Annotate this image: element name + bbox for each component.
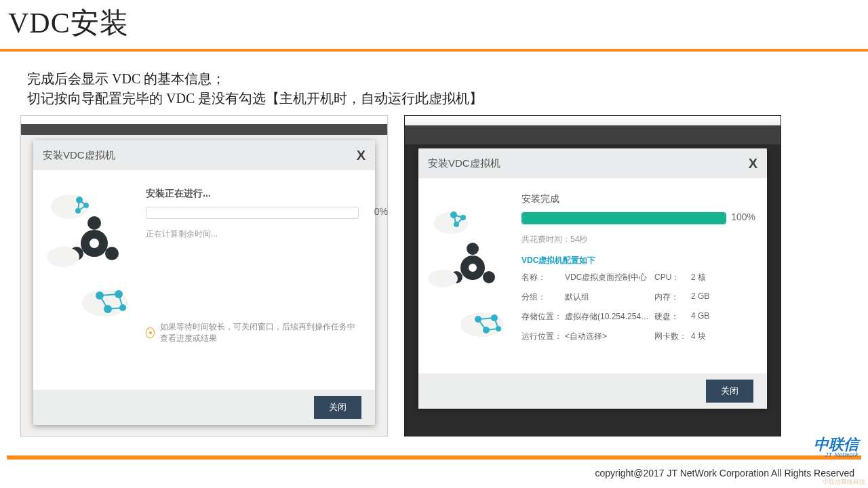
install-dialog-progress: 安装VDC虚拟机 X bbox=[33, 140, 375, 425]
cfg-label: 内存： bbox=[654, 291, 691, 303]
description-line-1: 完成后会显示 VDC 的基本信息； bbox=[27, 69, 868, 89]
screenshot-left: 安装VDC虚拟机 X bbox=[20, 115, 388, 436]
cfg-label: CPU： bbox=[654, 272, 691, 283]
cfg-label: 存储位置： bbox=[521, 311, 565, 323]
close-button[interactable]: 关闭 bbox=[314, 396, 361, 419]
status-text: 安装完成 bbox=[521, 193, 726, 205]
config-grid: 名称： VDC虚拟桌面控制中心 CPU： 2 核 分组： 默认组 内存： 2 G… bbox=[521, 272, 726, 342]
description-block: 完成后会显示 VDC 的基本信息； 切记按向导配置完毕的 VDC 是没有勾选【主… bbox=[0, 52, 868, 115]
cfg-label: 网卡数： bbox=[654, 331, 691, 342]
svg-point-5 bbox=[87, 216, 101, 230]
hex-cloud-icon bbox=[420, 188, 521, 364]
cfg-label: 运行位置： bbox=[521, 331, 565, 342]
hex-cloud-icon bbox=[37, 182, 146, 338]
install-dialog-complete: 安装VDC虚拟机 X bbox=[418, 148, 767, 409]
bulb-icon bbox=[146, 327, 155, 338]
progress-percent: 100% bbox=[731, 211, 755, 222]
svg-point-6 bbox=[105, 247, 119, 260]
dialog-content: 安装正在进行... 0% 正在计算剩余时间... 如果等待时间较长，可关闭窗口，… bbox=[146, 182, 359, 344]
svg-point-23 bbox=[469, 264, 477, 272]
page-title: VDC安装 bbox=[0, 0, 868, 49]
cfg-label: 硬盘： bbox=[654, 311, 691, 323]
window-tabbar bbox=[21, 124, 387, 135]
svg-point-21 bbox=[483, 271, 495, 283]
svg-point-20 bbox=[467, 243, 479, 255]
elapsed-time: 共花费时间：54秒 bbox=[521, 234, 726, 245]
status-text: 安装正在进行... bbox=[146, 188, 359, 200]
copyright-text: copyright@2017 JT NetWork Corporation Al… bbox=[595, 468, 854, 479]
close-icon[interactable]: X bbox=[749, 157, 757, 170]
divider-bottom bbox=[7, 455, 861, 460]
cfg-label: 分组： bbox=[521, 291, 565, 303]
decorative-icon-column bbox=[420, 188, 521, 364]
cfg-value: <自动选择> bbox=[565, 331, 654, 342]
screenshot-right: 安装VDC虚拟机 X bbox=[404, 115, 781, 436]
description-line-2: 切记按向导配置完毕的 VDC 是没有勾选【主机开机时，自动运行此虚拟机】 bbox=[27, 89, 868, 108]
close-icon[interactable]: X bbox=[357, 148, 366, 162]
progress-bar: 0% bbox=[146, 207, 359, 219]
decorative-icon-column bbox=[37, 182, 146, 338]
brand-en: JT Network bbox=[814, 452, 859, 458]
dialog-title: 安装VDC虚拟机 bbox=[43, 149, 115, 162]
dialog-header: 安装VDC虚拟机 X bbox=[33, 140, 375, 170]
svg-point-8 bbox=[90, 239, 99, 248]
svg-point-24 bbox=[428, 270, 458, 287]
close-button[interactable]: 关闭 bbox=[706, 380, 753, 403]
cfg-value: 2 GB bbox=[691, 291, 726, 303]
cfg-value: VDC虚拟桌面控制中心 bbox=[565, 272, 654, 283]
dialog-header: 安装VDC虚拟机 X bbox=[418, 148, 767, 178]
window-tabbar bbox=[405, 125, 781, 144]
brand-cn: 中联信 bbox=[814, 437, 859, 452]
cfg-value: 虚拟存储(10.254.254.3;... bbox=[565, 311, 654, 323]
window-titlebar bbox=[405, 116, 781, 125]
dialog-footer: 关闭 bbox=[418, 373, 767, 409]
config-header: VDC虚拟机配置如下 bbox=[521, 255, 726, 266]
watermark-text: 中联信网络科技 bbox=[823, 478, 865, 487]
brand-logo: 中联信 JT Network bbox=[814, 437, 859, 458]
dialog-body: 安装完成 100% 共花费时间：54秒 VDC虚拟机配置如下 名称： VDC虚拟… bbox=[418, 178, 767, 364]
dialog-title: 安装VDC虚拟机 bbox=[428, 157, 500, 170]
cfg-label: 名称： bbox=[521, 272, 565, 283]
hint-text: 如果等待时间较长，可关闭窗口，后续再到操作任务中查看进度或结果 bbox=[160, 321, 359, 344]
cfg-value: 4 GB bbox=[691, 311, 726, 323]
dialog-footer: 关闭 bbox=[33, 390, 375, 425]
svg-point-9 bbox=[47, 247, 79, 267]
progress-percent: 0% bbox=[374, 206, 388, 217]
cfg-value: 4 块 bbox=[691, 331, 726, 342]
cfg-value: 2 核 bbox=[691, 272, 726, 283]
window-titlebar bbox=[21, 116, 387, 124]
hint-row: 如果等待时间较长，可关闭窗口，后续再到操作任务中查看进度或结果 bbox=[146, 321, 359, 344]
dialog-body: 安装正在进行... 0% 正在计算剩余时间... 如果等待时间较长，可关闭窗口，… bbox=[33, 170, 375, 344]
progress-bar: 100% bbox=[521, 212, 726, 224]
progress-subtext: 正在计算剩余时间... bbox=[146, 228, 359, 240]
dialog-content: 安装完成 100% 共花费时间：54秒 VDC虚拟机配置如下 名称： VDC虚拟… bbox=[521, 188, 726, 364]
cfg-value: 默认组 bbox=[565, 291, 654, 303]
